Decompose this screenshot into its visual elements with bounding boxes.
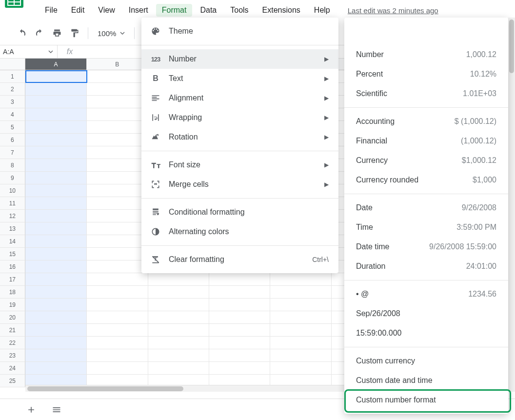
undo-button[interactable] bbox=[15, 26, 29, 40]
cell[interactable] bbox=[25, 248, 87, 260]
cell[interactable] bbox=[25, 260, 87, 273]
select-all-corner[interactable] bbox=[0, 59, 25, 70]
format-menu-item[interactable]: Conditional formatting bbox=[141, 202, 338, 222]
menu-format[interactable]: Format bbox=[156, 4, 193, 17]
row-header[interactable]: 15 bbox=[0, 248, 25, 260]
row-header[interactable]: 12 bbox=[0, 210, 25, 222]
number-format-option[interactable]: Scientific1.01E+03 bbox=[344, 84, 508, 103]
cell[interactable] bbox=[87, 83, 148, 96]
cell[interactable] bbox=[25, 210, 87, 222]
cell[interactable] bbox=[87, 172, 148, 184]
cell[interactable] bbox=[25, 362, 87, 375]
cell[interactable] bbox=[25, 235, 87, 248]
cell[interactable] bbox=[87, 235, 148, 248]
cell[interactable] bbox=[87, 248, 148, 260]
col-header-B[interactable]: B bbox=[87, 59, 148, 70]
cell[interactable] bbox=[209, 299, 270, 311]
menu-view[interactable]: View bbox=[92, 4, 120, 17]
number-format-option[interactable]: Time3:59:00 PM bbox=[344, 218, 508, 237]
number-format-option[interactable]: Custom date and time bbox=[344, 371, 508, 390]
cell[interactable] bbox=[270, 286, 331, 299]
cell[interactable] bbox=[25, 83, 87, 96]
row-header[interactable]: 10 bbox=[0, 184, 25, 197]
cell[interactable] bbox=[270, 337, 331, 349]
cell[interactable] bbox=[25, 286, 87, 299]
menu-data[interactable]: Data bbox=[194, 4, 222, 17]
format-menu-item[interactable]: Alternating colors bbox=[141, 222, 338, 241]
cell[interactable] bbox=[209, 362, 270, 375]
cell[interactable] bbox=[148, 299, 209, 311]
format-menu-item[interactable]: Alignment▶ bbox=[141, 88, 338, 108]
format-menu-item[interactable]: BText▶ bbox=[141, 69, 338, 88]
cell[interactable] bbox=[87, 273, 148, 286]
cell[interactable] bbox=[25, 146, 87, 159]
row-header[interactable]: 3 bbox=[0, 96, 25, 108]
row-header[interactable]: 8 bbox=[0, 159, 25, 172]
number-format-option[interactable]: Currency rounded$1,000 bbox=[344, 170, 508, 190]
cell[interactable] bbox=[25, 184, 87, 197]
all-sheets-button[interactable] bbox=[49, 402, 64, 418]
row-header[interactable]: 4 bbox=[0, 108, 25, 121]
cell[interactable] bbox=[270, 311, 331, 324]
cell[interactable] bbox=[87, 197, 148, 210]
format-menu-item[interactable]: Wrapping▶ bbox=[141, 108, 338, 127]
cell[interactable] bbox=[87, 362, 148, 375]
number-format-option[interactable]: • @1234.56 bbox=[344, 284, 508, 304]
row-header[interactable]: 17 bbox=[0, 273, 25, 286]
last-edit-link[interactable]: Last edit was 2 minutes ago bbox=[348, 6, 438, 15]
redo-button[interactable] bbox=[32, 26, 47, 40]
cell[interactable] bbox=[25, 324, 87, 337]
cell[interactable] bbox=[87, 70, 148, 83]
name-box[interactable]: A:A bbox=[0, 45, 58, 58]
cell[interactable] bbox=[270, 299, 331, 311]
row-header[interactable]: 23 bbox=[0, 349, 25, 362]
row-header[interactable]: 22 bbox=[0, 337, 25, 349]
cell[interactable] bbox=[87, 159, 148, 172]
cell[interactable] bbox=[148, 362, 209, 375]
row-header[interactable]: 25 bbox=[0, 375, 25, 387]
number-format-option[interactable]: Custom currency bbox=[344, 351, 508, 371]
row-header[interactable]: 6 bbox=[0, 134, 25, 146]
cell[interactable] bbox=[209, 286, 270, 299]
menu-file[interactable]: File bbox=[39, 4, 63, 17]
cell[interactable] bbox=[87, 134, 148, 146]
format-menu-item[interactable]: 123Number▶ bbox=[141, 49, 338, 69]
cell[interactable] bbox=[87, 337, 148, 349]
cell[interactable] bbox=[148, 324, 209, 337]
sheets-app-icon[interactable] bbox=[0, 0, 28, 15]
number-format-option[interactable]: Date time9/26/2008 15:59:00 bbox=[344, 237, 508, 257]
row-header[interactable]: 13 bbox=[0, 222, 25, 235]
number-format-option[interactable]: Duration24:01:00 bbox=[344, 257, 508, 276]
cell[interactable] bbox=[209, 349, 270, 362]
cell[interactable] bbox=[87, 260, 148, 273]
cell[interactable] bbox=[25, 121, 87, 134]
number-format-option[interactable]: 15:59:00.000 bbox=[344, 323, 508, 343]
row-header[interactable]: 11 bbox=[0, 197, 25, 210]
cell[interactable] bbox=[25, 70, 87, 83]
format-menu-item[interactable]: Merge cells▶ bbox=[141, 175, 338, 194]
cell[interactable] bbox=[209, 273, 270, 286]
cell[interactable] bbox=[87, 311, 148, 324]
cell[interactable] bbox=[25, 311, 87, 324]
cell[interactable] bbox=[148, 349, 209, 362]
number-format-option[interactable]: Percent10.12% bbox=[344, 64, 508, 84]
number-format-option[interactable]: Currency$1,000.12 bbox=[344, 151, 508, 170]
cell[interactable] bbox=[209, 337, 270, 349]
cell[interactable] bbox=[25, 172, 87, 184]
cell[interactable] bbox=[209, 311, 270, 324]
cell[interactable] bbox=[25, 96, 87, 108]
print-button[interactable] bbox=[50, 26, 64, 40]
cell[interactable] bbox=[25, 337, 87, 349]
row-header[interactable]: 5 bbox=[0, 121, 25, 134]
zoom-select[interactable]: 100% bbox=[94, 27, 128, 40]
row-header[interactable]: 9 bbox=[0, 172, 25, 184]
cell[interactable] bbox=[25, 197, 87, 210]
row-header[interactable]: 1 bbox=[0, 70, 25, 83]
cell[interactable] bbox=[148, 337, 209, 349]
cell[interactable] bbox=[87, 222, 148, 235]
format-menu-item[interactable]: Rotation▶ bbox=[141, 127, 338, 147]
cell[interactable] bbox=[87, 146, 148, 159]
cell[interactable] bbox=[25, 273, 87, 286]
menu-edit[interactable]: Edit bbox=[65, 4, 91, 17]
cell[interactable] bbox=[25, 349, 87, 362]
